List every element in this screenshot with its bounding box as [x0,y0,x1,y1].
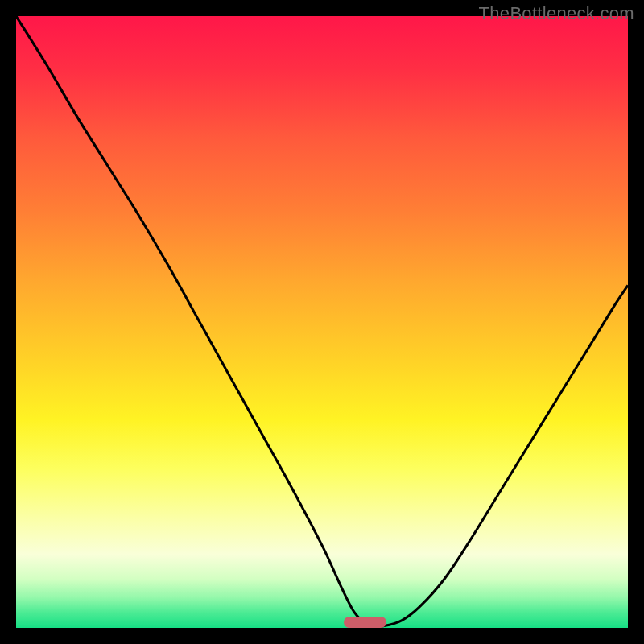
chart-stage: TheBottleneck.com [0,0,644,644]
bottleneck-chart-svg [16,16,628,628]
gradient-background [16,16,628,628]
watermark-text: TheBottleneck.com [479,3,634,24]
ideal-zone-marker [344,617,386,628]
plot-area [16,16,628,628]
